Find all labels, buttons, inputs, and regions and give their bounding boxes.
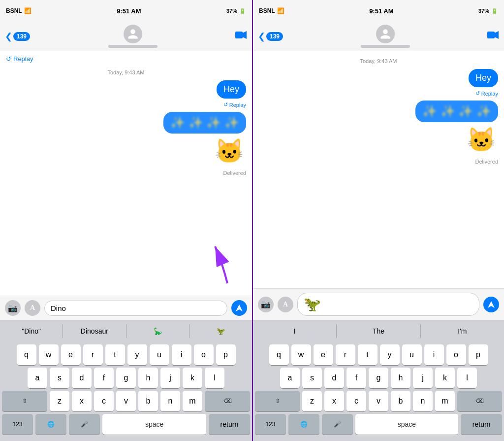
key-u-left[interactable]: u [150,344,169,365]
key-b-right[interactable]: b [391,391,410,411]
app-store-button-right[interactable]: A [278,297,293,312]
key-p-left[interactable]: p [216,344,236,365]
keyboard-right: q w e r t y u i o p a s d f g h j k l ⇧ … [253,341,504,441]
send-button-left[interactable] [231,300,247,316]
key-d-right[interactable]: d [324,368,344,388]
key-b-left[interactable]: b [138,391,158,411]
autocomplete-the-right[interactable]: The [337,324,420,338]
avatar-right[interactable] [376,25,395,43]
key-n-left[interactable]: n [160,391,180,411]
replay-row-left: ↺ Replay [6,101,246,110]
key-a-left[interactable]: a [28,368,47,388]
key-space-left[interactable]: space [102,414,206,435]
key-l-right[interactable]: l [457,368,477,388]
key-delete-right[interactable]: ⌫ [457,391,502,411]
autocomplete-sauro-left[interactable]: 🦕 [126,324,189,338]
autocomplete-dinosaur-left[interactable]: Dinosaur [63,324,126,338]
key-v-left[interactable]: v [116,391,136,411]
key-t-left[interactable]: t [105,344,125,365]
back-button-left[interactable]: ❮ 139 [5,31,30,42]
key-g-right[interactable]: g [369,368,388,388]
back-badge-right[interactable]: 139 [266,32,283,41]
key-d-left[interactable]: d [72,368,92,388]
autocomplete-dino-left[interactable]: "Dino" [0,324,63,338]
key-c-left[interactable]: c [94,391,114,411]
key-m-right[interactable]: m [435,391,455,411]
key-f-right[interactable]: f [346,368,366,388]
replay-top-left[interactable]: ↺ Replay [6,55,246,63]
key-j-left[interactable]: j [160,368,180,388]
key-p-right[interactable]: p [469,344,488,365]
key-x-right[interactable]: x [324,391,344,411]
key-shift-left[interactable]: ⇧ [2,391,47,411]
key-h-right[interactable]: h [391,368,410,388]
key-n-right[interactable]: n [413,391,433,411]
key-mic-right[interactable]: 🎤 [322,414,353,435]
key-o-left[interactable]: o [194,344,214,365]
video-button-right[interactable] [487,31,499,42]
message-input-wrap-right[interactable]: 🦖 [297,293,479,316]
key-q-right[interactable]: q [269,344,289,365]
send-button-right[interactable] [483,297,499,312]
key-c-right[interactable]: c [346,391,366,411]
avatar-left[interactable] [124,25,142,43]
key-mic-left[interactable]: 🎤 [69,414,100,435]
key-x-left[interactable]: x [72,391,92,411]
replay-label-right[interactable]: ↺ Replay [475,90,498,97]
key-o-right[interactable]: o [446,344,466,365]
video-button-left[interactable] [235,31,247,42]
key-k-left[interactable]: k [183,368,202,388]
contact-name-right [361,45,410,48]
nav-center-left [34,25,231,48]
autocomplete-dino-emoji-left[interactable]: 🦖 [189,324,252,338]
back-badge-left[interactable]: 139 [13,32,30,41]
key-z-left[interactable]: z [50,391,69,411]
key-l-left[interactable]: l [205,368,224,388]
status-bar-right: BSNL 📶 9:51 AM 37% 🔋 [253,0,504,22]
key-i-right[interactable]: i [424,344,444,365]
key-y-right[interactable]: y [380,344,400,365]
key-e-left[interactable]: e [61,344,81,365]
key-delete-left[interactable]: ⌫ [205,391,250,411]
key-w-left[interactable]: w [39,344,59,365]
key-123-right[interactable]: 123 [255,414,286,435]
camera-button-left[interactable]: 📷 [5,300,21,316]
key-globe-left[interactable]: 🌐 [35,414,66,435]
key-z-right[interactable]: z [302,391,322,411]
key-return-left[interactable]: return [209,414,250,435]
camera-button-right[interactable]: 📷 [258,297,274,312]
key-f-left[interactable]: f [94,368,114,388]
replay-icon-right: ↺ [475,90,480,97]
key-i-left[interactable]: i [172,344,191,365]
key-s-right[interactable]: s [302,368,322,388]
key-shift-right[interactable]: ⇧ [255,391,300,411]
key-y-left[interactable]: y [127,344,147,365]
message-input-wrap-left[interactable] [44,301,227,316]
autocomplete-i-right[interactable]: I [253,324,337,338]
app-store-button-left[interactable]: A [25,300,40,316]
key-j-right[interactable]: j [413,368,433,388]
back-button-right[interactable]: ❮ 139 [258,31,283,42]
key-globe-right[interactable]: 🌐 [288,414,319,435]
key-k-right[interactable]: k [435,368,455,388]
key-u-right[interactable]: u [402,344,422,365]
key-r-right[interactable]: r [336,344,355,365]
key-q-left[interactable]: q [17,344,36,365]
key-space-right[interactable]: space [355,414,459,435]
key-m-left[interactable]: m [183,391,202,411]
key-v-right[interactable]: v [369,391,388,411]
key-return-right[interactable]: return [461,414,502,435]
key-s-left[interactable]: s [50,368,69,388]
key-a-right[interactable]: a [280,368,300,388]
replay-label-left[interactable]: ↺ Replay [223,102,246,108]
key-e-right[interactable]: e [314,344,333,365]
svg-marker-1 [243,31,247,39]
key-h-left[interactable]: h [138,368,158,388]
autocomplete-im-right[interactable]: I'm [421,324,504,338]
key-g-left[interactable]: g [116,368,136,388]
message-input-left[interactable] [51,304,221,312]
key-t-right[interactable]: t [358,344,378,365]
key-w-right[interactable]: w [291,344,311,365]
key-123-left[interactable]: 123 [2,414,33,435]
key-r-left[interactable]: r [83,344,103,365]
